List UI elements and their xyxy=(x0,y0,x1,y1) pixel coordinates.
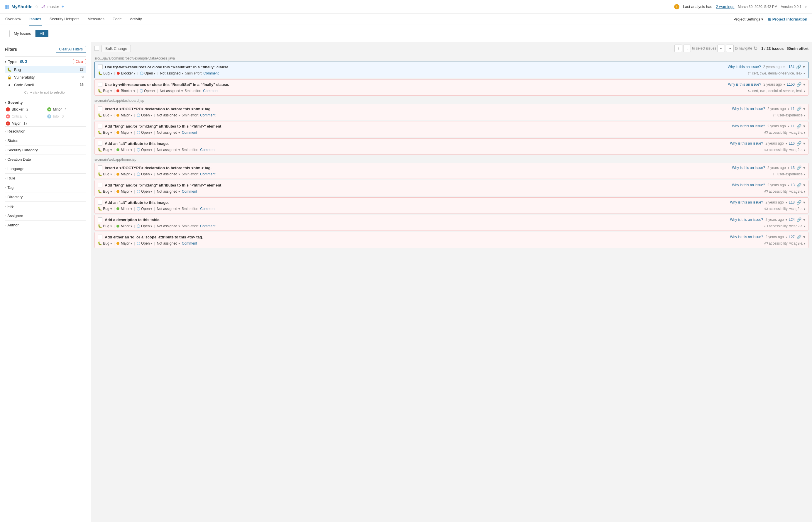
issue-6-comment[interactable]: Comment xyxy=(200,172,215,176)
issue-3-severity[interactable]: Major ▾ xyxy=(117,113,132,117)
issue-5-type[interactable]: 🐛 Bug ▾ xyxy=(98,148,112,152)
severity-major[interactable]: ▲ Major 17 xyxy=(5,121,45,126)
issue-4-title[interactable]: Add "lang" and/or "xml:lang" attributes … xyxy=(105,124,728,128)
issue-3-tag-dropdown[interactable]: ▾ xyxy=(804,114,805,117)
warnings-link[interactable]: 2 warnings xyxy=(716,4,734,9)
issue-3-assignee[interactable]: Not assigned ▾ xyxy=(157,113,180,117)
issue-3-filter-icon[interactable]: ▾ xyxy=(803,106,805,111)
issue-7-comment[interactable]: Comment xyxy=(182,189,197,194)
tag-filter[interactable]: › Tag xyxy=(5,183,86,192)
issue-4-why[interactable]: Why is this an issue? xyxy=(732,124,765,128)
issue-10-filter-icon[interactable]: ▾ xyxy=(803,235,805,239)
issue-9-tag-dropdown[interactable]: ▾ xyxy=(804,225,805,228)
issue-10-title[interactable]: Add either an 'id' or a 'scope' attribut… xyxy=(105,235,727,239)
issue-6-why[interactable]: Why is this an issue? xyxy=(732,166,765,170)
issue-5-assignee[interactable]: Not assigned ▾ xyxy=(157,148,180,152)
issue-4-severity[interactable]: Major ▾ xyxy=(117,130,132,135)
issue-2-comment[interactable]: Comment xyxy=(203,89,218,93)
issue-7-assignee[interactable]: Not assigned ▾ xyxy=(157,189,180,194)
nav-activity[interactable]: Activity xyxy=(130,13,143,25)
issue-8-checkbox[interactable] xyxy=(98,200,102,205)
issue-8-why[interactable]: Why is this an issue? xyxy=(730,200,763,204)
issue-3-link-icon[interactable]: 🔗 xyxy=(796,106,801,111)
issue-4-time-arrow[interactable]: ▾ xyxy=(788,125,789,128)
branch-name[interactable]: master xyxy=(47,4,59,9)
select-all-checkbox[interactable] xyxy=(95,46,99,51)
status-filter[interactable]: › Status xyxy=(5,136,86,145)
issue-9-tag-1[interactable]: accessibility, wcag2-a xyxy=(769,224,803,228)
issue-2-tag-1[interactable]: cert, cwe, denial-of-service, leak xyxy=(752,89,803,93)
issue-7-tag-1[interactable]: accessibility, wcag2-a xyxy=(769,189,803,194)
issue-4-assignee[interactable]: Not assigned ▾ xyxy=(157,130,180,135)
filter-item-bug[interactable]: 🐛 Bug 23 xyxy=(5,66,86,73)
issue-1-checkbox[interactable] xyxy=(98,64,103,69)
issue-9-filter-icon[interactable]: ▾ xyxy=(803,217,805,222)
type-filter-header[interactable]: ▾ Type BUG Clear xyxy=(5,59,86,64)
issue-6-severity[interactable]: Major ▾ xyxy=(117,172,132,176)
issue-9-severity[interactable]: Minor ▾ xyxy=(117,224,132,228)
issue-7-link-icon[interactable]: 🔗 xyxy=(796,183,801,187)
issue-6-tag-1[interactable]: user-experience xyxy=(777,172,803,176)
issue-2-checkbox[interactable] xyxy=(98,82,102,87)
issue-8-time-arrow[interactable]: ▾ xyxy=(786,201,787,204)
issue-7-tag-dropdown[interactable]: ▾ xyxy=(804,190,805,193)
issue-2-type[interactable]: 🐛 Bug ▾ xyxy=(98,89,112,93)
issue-1-tag-1[interactable]: cert, cwe, denial-of-service, leak xyxy=(752,71,802,75)
security-category-filter[interactable]: › Security Category xyxy=(5,145,86,155)
issue-4-filter-icon[interactable]: ▾ xyxy=(803,124,805,128)
all-issues-btn[interactable]: All xyxy=(36,30,48,37)
assignee-filter[interactable]: › Assignee xyxy=(5,211,86,220)
issue-6-tag-dropdown[interactable]: ▾ xyxy=(804,173,805,176)
issue-1-why[interactable]: Why is this an issue? xyxy=(728,65,761,69)
issue-6-line[interactable]: L3 xyxy=(791,166,795,170)
nav-overview[interactable]: Overview xyxy=(5,13,22,25)
issue-5-checkbox[interactable] xyxy=(98,141,102,146)
issue-8-comment[interactable]: Comment xyxy=(200,207,215,211)
issue-10-comment[interactable]: Comment xyxy=(182,241,197,245)
issue-10-checkbox[interactable] xyxy=(98,235,102,239)
issue-2-status[interactable]: Open ▾ xyxy=(140,89,155,93)
project-information-btn[interactable]: ⊞ Project information xyxy=(768,17,807,21)
issue-8-link-icon[interactable]: 🔗 xyxy=(796,200,801,205)
issue-5-why[interactable]: Why is this an issue? xyxy=(730,141,763,145)
issue-2-title[interactable]: Use try-with-resources or close this "Re… xyxy=(105,82,725,87)
issue-2-line[interactable]: L150 xyxy=(787,82,795,86)
severity-info[interactable]: ℹ Info 0 xyxy=(46,114,86,119)
issue-10-status[interactable]: Open ▾ xyxy=(137,241,152,245)
issue-9-checkbox[interactable] xyxy=(98,217,102,222)
issue-6-title[interactable]: Insert a <!DOCTYPE> declaration to befor… xyxy=(105,166,728,170)
issue-5-title[interactable]: Add an "alt" attribute to this image. xyxy=(105,141,727,146)
issue-6-checkbox[interactable] xyxy=(98,165,102,170)
issue-2-filter-icon[interactable]: ▾ xyxy=(803,82,805,87)
issue-9-link-icon[interactable]: 🔗 xyxy=(796,217,801,222)
severity-critical[interactable]: ● Critical 0 xyxy=(5,114,45,119)
directory-filter[interactable]: › Directory xyxy=(5,192,86,201)
issue-10-why[interactable]: Why is this an issue? xyxy=(730,235,763,239)
issue-10-tag-dropdown[interactable]: ▾ xyxy=(804,242,805,245)
nav-code[interactable]: Code xyxy=(112,13,122,25)
file-filter[interactable]: › File xyxy=(5,201,86,211)
issue-5-tag-dropdown[interactable]: ▾ xyxy=(804,148,805,152)
nav-measures[interactable]: Measures xyxy=(87,13,105,25)
issue-1-tag-dropdown[interactable]: ▾ xyxy=(804,72,805,75)
down-arrow-btn[interactable]: ↓ xyxy=(683,45,691,52)
issue-5-comment[interactable]: Comment xyxy=(200,148,215,152)
issue-9-time-arrow[interactable]: ▾ xyxy=(786,218,787,221)
issue-4-status[interactable]: Open ▾ xyxy=(137,130,152,135)
my-issues-btn[interactable]: My Issues xyxy=(9,30,36,37)
up-arrow-btn[interactable]: ↑ xyxy=(674,45,682,52)
issue-9-why[interactable]: Why is this an issue? xyxy=(730,218,763,222)
issue-2-link-icon[interactable]: 🔗 xyxy=(796,82,801,87)
rule-filter[interactable]: › Rule xyxy=(5,173,86,183)
issue-4-tag-dropdown[interactable]: ▾ xyxy=(804,131,805,134)
creation-date-filter[interactable]: › Creation Date xyxy=(5,155,86,164)
issue-8-tag-1[interactable]: accessibility, wcag2-a xyxy=(769,207,803,211)
issue-1-comment[interactable]: Comment xyxy=(203,71,219,75)
nav-security-hotspots[interactable]: Security Hotspots xyxy=(49,13,80,25)
project-name[interactable]: MyShuttle xyxy=(12,4,33,9)
issue-10-severity[interactable]: Major ▾ xyxy=(117,241,132,245)
issue-9-comment[interactable]: Comment xyxy=(200,224,215,228)
issue-2-severity[interactable]: Blocker ▾ xyxy=(117,89,135,93)
issue-2-assignee[interactable]: Not assigned ▾ xyxy=(160,89,183,93)
issue-8-tag-dropdown[interactable]: ▾ xyxy=(804,207,805,210)
